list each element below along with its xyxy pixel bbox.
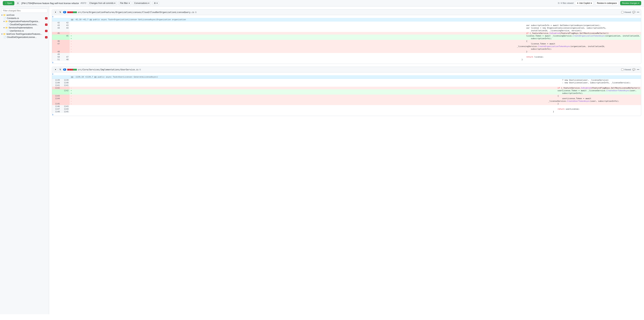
added-square	[73, 69, 75, 71]
file-icon: 📄	[4, 17, 6, 20]
filter-input[interactable]	[2, 9, 48, 13]
changes-dropdown[interactable]: Changes from all commits ▾	[88, 1, 117, 5]
line-old-num: 42	[52, 22, 61, 24]
open-label: Open	[7, 2, 12, 5]
sidebar-item-src-core[interactable]: ▾ 📁 src/Core	[0, 14, 49, 17]
line-old-num: 45	[52, 32, 61, 35]
line-old-num: 1141	[52, 84, 61, 87]
hunk-header-text-2: @@ -1139,10 +1139,7 @@ public async Task…	[70, 75, 641, 79]
sidebar-item-label: UserService.cs	[10, 30, 24, 32]
sidebar-item-services[interactable]: ▾ 📁 Services/Implementations	[0, 26, 49, 29]
file-filter-dropdown[interactable]: File filter ▾	[118, 1, 131, 5]
copilot-button[interactable]: ✦ Ask Copilot ▾	[575, 1, 594, 5]
diff-line: 1140 1140 : new UserLicense(user, subscr…	[52, 81, 641, 84]
file-path-2: src/Core/Services/Implementations/UserSe…	[78, 68, 139, 71]
sidebar-item-orgfeatures[interactable]: ▾ 📁 OrganizationFeatures/Organiza...	[0, 20, 49, 23]
line-sign	[70, 22, 511, 24]
expand-icon[interactable]: ↕	[52, 15, 54, 18]
line-code	[542, 105, 641, 108]
file-filter-label: File filter	[120, 2, 128, 5]
line-sign	[70, 53, 511, 56]
line-new-num	[61, 95, 70, 97]
collapse-button-2[interactable]: ▾	[54, 68, 57, 71]
line-sign	[70, 108, 542, 110]
sidebar-item-label: CloudGetOrganizationLicens...	[10, 23, 38, 26]
file-diff-2: ▾ ⇅ 5 src/Core/Services/Implementations/…	[52, 67, 641, 116]
page-header: ⑂ Open ⊞ [PM-17594]Remove feature flag s…	[0, 0, 644, 7]
expand-button-2[interactable]: ⇅	[58, 68, 62, 71]
conversations-dropdown[interactable]: Conversations ▾	[133, 1, 151, 5]
line-old-num	[52, 45, 61, 48]
diff-line: 1139 1139 ? new UserLicense(user, _licen…	[52, 79, 641, 82]
diff-badge: +	[45, 24, 48, 26]
line-new-num: 43	[61, 24, 70, 27]
line-new-num	[61, 100, 70, 103]
line-old-num: 50	[52, 56, 61, 58]
expand-icon-bottom[interactable]: ↕	[52, 61, 54, 64]
viewed-checkbox-label-2[interactable]: Viewed	[621, 68, 631, 71]
diff-line: installationId, _licensingService, versi…	[52, 29, 641, 32]
sidebar-item-label: test/Core.Test/OrganizationFeatures...	[6, 33, 42, 35]
file-actions-2: Viewed 💬 •••	[621, 68, 639, 71]
deleted-square	[69, 69, 71, 71]
review-changes-label: Review changes	[622, 2, 638, 5]
diff-line: 1142 - if (_featureService.IsEnabled(Fea…	[52, 87, 641, 89]
copilot-label: Ask Copilot	[579, 2, 590, 5]
comment-button[interactable]: 💬	[632, 11, 636, 14]
sidebar-item-cloudget[interactable]: 📄 CloudGetOrganizationLicens... +	[0, 23, 49, 26]
sidebar-item-userservice[interactable]: 📄 UserService.cs +	[0, 29, 49, 33]
settings-dropdown[interactable]: ⚙ ▾	[152, 1, 159, 5]
sidebar-item-test[interactable]: ▾ 📁 test/Core.Test/OrganizationFeatures.…	[0, 33, 49, 36]
line-code: userLicense.Token = await	[542, 97, 641, 100]
sidebar-item-cloudget2[interactable]: 📄 CloudGetOrganizationLicense... +	[0, 36, 49, 39]
line-old-num: 1143	[52, 95, 61, 97]
line-new-num: 1144	[61, 108, 70, 110]
sidebar-item-constants[interactable]: 📄 Constants.cs +	[0, 17, 49, 20]
line-new-num	[61, 40, 70, 43]
line-old-num: 1145	[52, 103, 61, 105]
line-sign: +	[70, 37, 511, 40]
line-old-num	[52, 29, 61, 32]
expand-icon[interactable]: ⊞	[16, 2, 20, 5]
viewed-checkbox-label[interactable]: Viewed	[621, 11, 631, 14]
copy-icon-2[interactable]: ⎘	[140, 68, 141, 71]
expand-icon-2[interactable]: ↕	[52, 73, 54, 75]
collapse-button[interactable]: ▾	[54, 11, 57, 14]
file-actions-1: Viewed 💬 •••	[621, 11, 639, 14]
line-sign: +	[70, 89, 542, 92]
file-path-1: src/Core/OrganizationFeatures/Organizati…	[78, 11, 194, 14]
diff-table-1: ↕ @@ -42,10 +42,7 @@ public async Task<O…	[52, 15, 641, 64]
expand-button[interactable]: ⇅	[58, 11, 62, 14]
line-old-num	[52, 35, 61, 37]
hunk-header-2: @@ -1139,10 +1139,7 @@ public async Task…	[52, 75, 641, 79]
viewed-checkbox-2[interactable]	[621, 68, 624, 71]
main-layout: ▾ 📁 src/Core 📄 Constants.cs + ▾ 📁 Organi…	[0, 7, 644, 314]
more-button[interactable]: •••	[637, 11, 639, 14]
line-new-num	[61, 45, 70, 48]
line-new-num	[61, 53, 70, 56]
more-button-2[interactable]: •••	[637, 68, 639, 71]
diff-line: 43 43 var subscriptionInfo = await GetSu…	[52, 24, 641, 27]
deleted-square	[71, 69, 73, 71]
line-old-num	[52, 37, 61, 40]
diff-line: 48 - }	[52, 50, 641, 53]
diff-badge: +	[45, 30, 48, 32]
viewed-checkbox[interactable]	[621, 11, 624, 13]
codespace-button[interactable]: Review in codespace	[595, 1, 619, 5]
comment-button-2[interactable]: 💬	[632, 68, 636, 71]
line-code: license.Token = await	[511, 43, 641, 45]
diff-line: 51 48 }	[52, 58, 641, 61]
line-code	[511, 22, 641, 24]
line-old-num: 48	[52, 50, 61, 53]
open-button[interactable]: ⑂ Open	[3, 1, 14, 5]
line-old-num: 44	[52, 27, 61, 29]
viewed-label: Viewed	[624, 11, 631, 14]
review-changes-button[interactable]: Review changes ▾	[620, 1, 641, 5]
line-sign: +	[70, 92, 542, 95]
copy-icon[interactable]: ⎘	[195, 11, 196, 14]
line-code	[511, 53, 641, 56]
line-code: _licenseService.CreateUserTokenAsync(use…	[542, 100, 641, 103]
expand-icon-bottom-2[interactable]: ↕	[52, 113, 54, 116]
line-new-num: 48	[61, 58, 70, 61]
sidebar-item-label: Services/Implementations	[8, 27, 32, 29]
